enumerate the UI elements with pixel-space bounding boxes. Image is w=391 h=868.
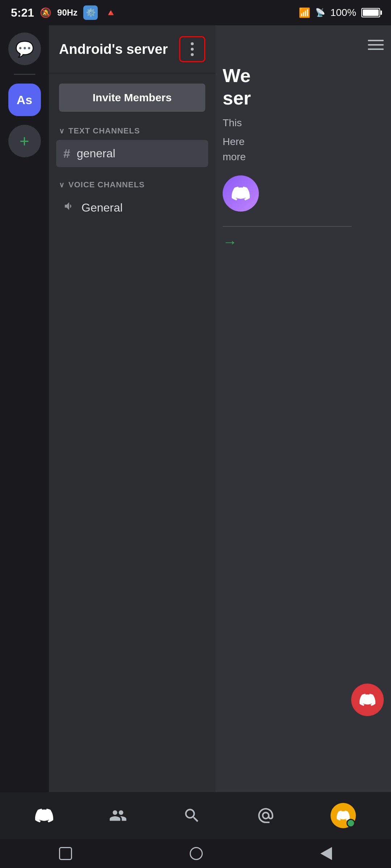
hz-badge: 90Hz — [57, 8, 77, 18]
channel-general-text[interactable]: # general — [56, 140, 208, 167]
mute-icon: 🔕 — [40, 7, 51, 18]
invite-members-button[interactable]: Invite Members — [59, 84, 205, 112]
nav-mentions[interactable] — [257, 807, 275, 825]
channel-general-voice[interactable]: General — [56, 194, 208, 221]
voice-channels-section: ∨ VOICE CHANNELS General — [49, 171, 215, 226]
mention-nav-icon — [257, 807, 275, 825]
status-right: 📶 📡 100% — [299, 7, 380, 18]
system-nav — [0, 839, 391, 868]
battery-percent: 100% — [330, 7, 356, 18]
search-nav-icon — [183, 807, 201, 825]
dm-server-icon[interactable]: 💬 — [8, 33, 41, 65]
sidebar-divider — [14, 74, 35, 75]
server-initial: As — [17, 93, 32, 107]
signal-icon: 📡 — [315, 8, 325, 17]
status-bar: 5:21 🔕 90Hz ⚙️ 🔺 📶 📡 100% — [0, 0, 391, 25]
friends-nav-icon — [109, 807, 127, 825]
drive-icon: 🔺 — [104, 5, 118, 20]
back-button[interactable] — [310, 843, 343, 864]
hamburger-menu[interactable] — [368, 40, 384, 50]
welcome-ser: ser — [223, 88, 251, 109]
server-sidebar: 💬 As + — [0, 25, 49, 810]
speaker-icon — [63, 200, 75, 215]
android-server-icon[interactable]: As — [8, 84, 41, 116]
status-time: 5:21 — [11, 6, 34, 20]
more-text: more — [223, 151, 246, 162]
battery-icon — [361, 8, 380, 17]
discord-nav-icon — [35, 807, 53, 825]
voice-channels-header[interactable]: ∨ VOICE CHANNELS — [56, 177, 208, 192]
channel-sidebar: Android's server Invite Members ∨ TEXT C… — [49, 25, 215, 810]
home-button[interactable] — [179, 843, 214, 864]
here-text: Here — [223, 136, 245, 147]
text-channels-section: ∨ TEXT CHANNELS # general — [49, 118, 215, 171]
status-left: 5:21 🔕 90Hz ⚙️ 🔺 — [11, 5, 118, 20]
welcome-heading: We ser — [223, 64, 384, 110]
channel-general-text-name: general — [77, 147, 115, 160]
server-name: Android's server — [59, 42, 179, 57]
voice-channels-chevron: ∨ — [59, 180, 65, 189]
here-more-text: Here more — [223, 134, 384, 165]
channel-general-voice-name: General — [81, 201, 123, 214]
three-dots-icon — [191, 42, 194, 56]
settings-icon: ⚙️ — [83, 5, 98, 20]
recents-button[interactable] — [48, 843, 83, 864]
voice-channels-label: VOICE CHANNELS — [68, 180, 145, 190]
hash-icon: # — [63, 146, 70, 161]
main-content: We ser This Here more → — [215, 25, 391, 810]
welcome-we: We — [223, 65, 251, 86]
nav-home[interactable] — [35, 807, 53, 825]
wifi-icon: 📶 — [299, 7, 310, 18]
text-channels-label: TEXT CHANNELS — [68, 126, 140, 136]
add-server-icon[interactable]: + — [8, 125, 41, 157]
welcome-sub-text: This — [223, 115, 384, 131]
text-channels-chevron: ∨ — [59, 127, 65, 135]
more-options-button[interactable] — [179, 36, 205, 62]
this-text: This — [223, 117, 242, 128]
nav-search[interactable] — [183, 807, 201, 825]
profile-avatar — [331, 803, 356, 828]
nav-profile[interactable] — [331, 803, 356, 828]
arrow-button[interactable]: → — [223, 234, 384, 250]
main-header — [223, 36, 384, 57]
bottom-nav — [0, 792, 391, 839]
nav-friends[interactable] — [109, 807, 127, 825]
server-header: Android's server — [49, 25, 215, 73]
welcome-avatar — [223, 175, 259, 212]
text-channels-header[interactable]: ∨ TEXT CHANNELS — [56, 123, 208, 139]
separator — [223, 226, 352, 227]
discord-notification-badge[interactable] — [351, 684, 384, 716]
